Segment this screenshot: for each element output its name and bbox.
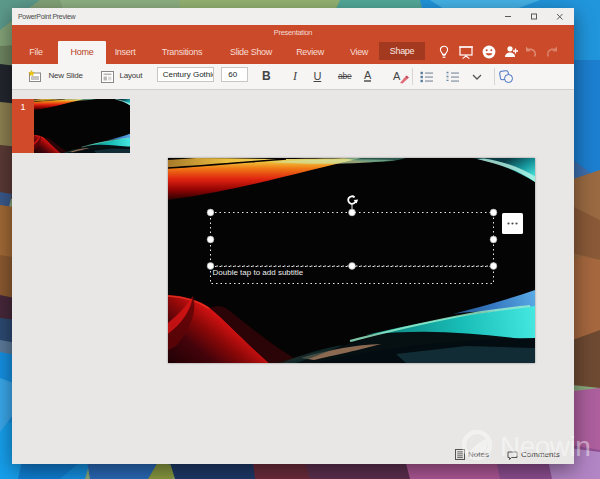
svg-text:Neowin: Neowin: [500, 431, 590, 462]
